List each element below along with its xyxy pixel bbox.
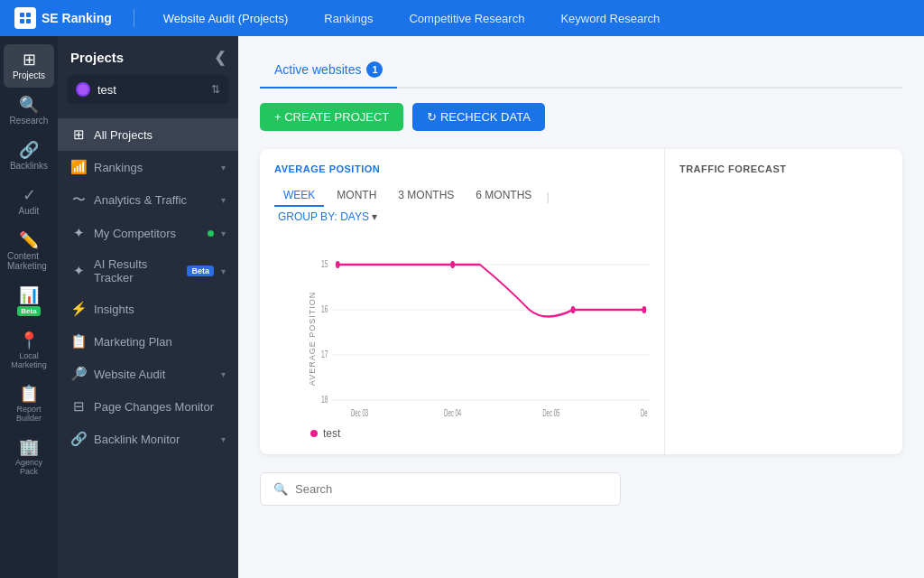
svg-rect-3 <box>26 19 31 23</box>
agency-pack-icon: 🏢 <box>19 439 39 455</box>
svg-text:De: De <box>641 409 648 418</box>
backlink-monitor-icon: 🔗 <box>70 431 87 447</box>
nav-marketing-plan[interactable]: 📋 Marketing Plan <box>58 325 238 358</box>
backlinks-icon: 🔗 <box>19 142 39 158</box>
period-3months[interactable]: 3 MONTHS <box>389 185 463 207</box>
report-builder-icon: 📋 <box>19 386 39 402</box>
period-6months[interactable]: 6 MONTHS <box>467 185 541 207</box>
svg-text:Dec 05: Dec 05 <box>542 409 559 418</box>
logo[interactable]: SE Ranking <box>14 7 112 29</box>
svg-text:Dec 04: Dec 04 <box>444 409 461 418</box>
sidebar-item-backlinks[interactable]: 🔗 Backlinks <box>4 135 54 178</box>
sidebar-item-agency-pack[interactable]: 🏢 Agency Pack <box>4 432 54 483</box>
traffic-forecast-placeholder <box>679 185 888 348</box>
svg-rect-1 <box>26 13 31 17</box>
traffic-forecast-panel: TRAFFIC FORECAST <box>665 149 902 454</box>
collapse-panel-button[interactable]: ❮ <box>214 49 226 66</box>
nav-analytics-traffic[interactable]: 〜 Analytics & Traffic ▾ <box>58 183 238 217</box>
website-audit-icon: 🔎 <box>70 366 87 382</box>
svg-rect-0 <box>20 13 24 17</box>
nav-divider <box>134 9 134 27</box>
nav-insights[interactable]: ⚡ Insights <box>58 293 238 325</box>
nav-my-competitors[interactable]: ✦ My Competitors ▾ <box>58 217 238 249</box>
nav-all-projects[interactable]: ⊞ All Projects <box>58 118 238 151</box>
nav-keyword-research[interactable]: Keyword Research <box>553 8 667 29</box>
action-row: + CREATE PROJECT ↻ RECHECK DATA <box>260 103 902 131</box>
period-sep: | <box>546 190 549 203</box>
page-changes-icon: ⊟ <box>70 398 87 415</box>
svg-rect-2 <box>20 19 24 23</box>
create-project-button[interactable]: + CREATE PROJECT <box>260 103 403 131</box>
all-projects-icon: ⊞ <box>70 126 87 143</box>
project-caret-icon: ⇅ <box>211 83 220 96</box>
average-position-panel: AVERAGE POSITION WEEK MONTH 3 MONTHS 6 M… <box>260 149 665 454</box>
charts-row: AVERAGE POSITION WEEK MONTH 3 MONTHS 6 M… <box>260 149 902 454</box>
top-nav: SE Ranking Website Audit (Projects) Rank… <box>0 0 924 36</box>
nav-page-changes-monitor[interactable]: ⊟ Page Changes Monitor <box>58 390 238 423</box>
sidebar-item-content-marketing[interactable]: ✏️ Content Marketing <box>4 225 54 278</box>
svg-text:18: 18 <box>321 394 328 405</box>
svg-point-18 <box>571 306 576 313</box>
period-week[interactable]: WEEK <box>274 185 324 207</box>
svg-text:16: 16 <box>321 303 328 314</box>
search-input[interactable] <box>295 482 607 496</box>
sidebar-item-research[interactable]: 🔍 Research <box>4 89 54 133</box>
tab-active-websites[interactable]: Active websites 1 <box>260 54 397 89</box>
local-marketing-icon: 📍 <box>19 332 39 349</box>
marketing-plan-icon: 📋 <box>70 333 87 350</box>
competitors-active-dot <box>208 230 214 237</box>
projects-panel: Projects ❮ test ⇅ ⊞ All Projects 📶 Ranki… <box>58 36 238 578</box>
research-icon: 🔍 <box>19 97 39 113</box>
svg-point-16 <box>336 261 340 268</box>
smm-icon: 📊 <box>19 287 39 303</box>
svg-text:15: 15 <box>321 258 328 269</box>
main-tabs: Active websites 1 <box>260 54 902 89</box>
ai-tracker-arrow-icon: ▾ <box>221 266 226 276</box>
competitors-icon: ✦ <box>70 225 87 241</box>
project-selector[interactable]: test ⇅ <box>67 75 229 104</box>
projects-icon: ⊞ <box>23 51 36 68</box>
y-axis-label: AVERAGE POSITION <box>308 292 317 386</box>
svg-point-19 <box>642 306 646 313</box>
search-bar[interactable]: 🔍 <box>260 472 621 506</box>
analytics-arrow-icon: ▾ <box>221 195 226 205</box>
ai-tracker-icon: ✦ <box>70 263 87 279</box>
icon-sidebar: ⊞ Projects 🔍 Research 🔗 Backlinks ✓ Audi… <box>0 36 58 578</box>
nav-competitive-research[interactable]: Competitive Research <box>402 8 531 29</box>
nav-ai-results-tracker[interactable]: ✦ AI Results Tracker Beta ▾ <box>58 249 238 293</box>
sidebar-item-local-marketing[interactable]: 📍 Local Marketing <box>4 325 54 377</box>
traffic-forecast-title: TRAFFIC FORECAST <box>679 163 888 174</box>
competitors-arrow-icon: ▾ <box>221 228 226 238</box>
audit-icon: ✓ <box>23 187 36 203</box>
average-position-title: AVERAGE POSITION <box>274 163 650 174</box>
recheck-data-button[interactable]: ↻ RECHECK DATA <box>412 103 545 131</box>
backlink-monitor-arrow-icon: ▾ <box>221 434 226 444</box>
legend-dot <box>310 430 318 437</box>
insights-icon: ⚡ <box>70 301 87 317</box>
projects-nav-section: ⊞ All Projects 📶 Rankings ▾ 〜 Analytics … <box>58 115 238 459</box>
website-audit-arrow-icon: ▾ <box>221 369 226 379</box>
project-dot-icon <box>76 82 90 97</box>
content-marketing-icon: ✏️ <box>19 232 39 248</box>
svg-text:Dec 03: Dec 03 <box>351 409 368 418</box>
average-position-chart: AVERAGE POSITION 15 16 17 18 Dec 03 Dec … <box>274 238 650 440</box>
sidebar-item-audit[interactable]: ✓ Audit <box>4 180 54 223</box>
nav-rankings[interactable]: Rankings <box>317 8 380 29</box>
sidebar-item-report-builder[interactable]: 📋 Report Builder <box>4 378 54 430</box>
analytics-icon: 〜 <box>70 191 87 209</box>
search-icon: 🔍 <box>273 482 288 496</box>
group-by-selector[interactable]: GROUP BY: DAYS ▾ <box>278 210 377 223</box>
sidebar-item-projects[interactable]: ⊞ Projects <box>4 44 54 88</box>
active-websites-count: 1 <box>366 61 383 78</box>
logo-icon <box>14 7 36 29</box>
nav-website-audit[interactable]: 🔎 Website Audit ▾ <box>58 358 238 390</box>
svg-point-17 <box>450 261 455 268</box>
nav-rankings[interactable]: 📶 Rankings ▾ <box>58 151 238 183</box>
nav-backlink-monitor[interactable]: 🔗 Backlink Monitor ▾ <box>58 423 238 455</box>
sidebar-item-smm[interactable]: 📊 Beta <box>4 280 54 323</box>
rankings-arrow-icon: ▾ <box>221 163 226 172</box>
main-content: Active websites 1 + CREATE PROJECT ↻ REC… <box>238 36 924 578</box>
chart-legend: test <box>310 427 650 440</box>
nav-website-audit[interactable]: Website Audit (Projects) <box>156 8 295 29</box>
period-month[interactable]: MONTH <box>328 185 385 207</box>
